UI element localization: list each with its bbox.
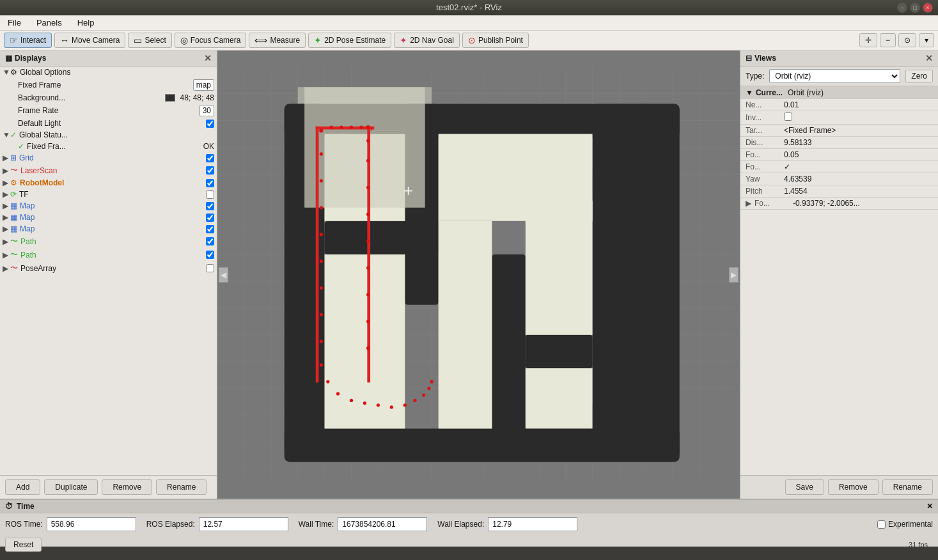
views-rename-button[interactable]: Rename bbox=[882, 479, 933, 495]
ros-elapsed-field: ROS Elapsed: bbox=[146, 517, 288, 531]
remove-display-button[interactable]: Remove bbox=[102, 479, 152, 495]
time-title: Time bbox=[17, 502, 35, 511]
menu-panels[interactable]: Panels bbox=[34, 17, 65, 29]
pose-array-expand: ▶ bbox=[3, 264, 10, 273]
laser-scan-label: LaserScan bbox=[20, 166, 206, 175]
viewport[interactable]: ◀ bbox=[217, 51, 740, 499]
interact-button[interactable]: ☞ Interact bbox=[4, 33, 52, 48]
views-content: ▼ Curre... Orbit (rviz) Ne... 0.01 Inv..… bbox=[740, 86, 938, 475]
viewport-arrow-right[interactable]: ▶ bbox=[729, 267, 739, 283]
global-options-row[interactable]: ▼ ⚙ Global Options bbox=[0, 66, 217, 78]
views-section-header[interactable]: ▼ Curre... Orbit (rviz) bbox=[740, 86, 938, 99]
minimize-button[interactable]: – bbox=[897, 3, 907, 13]
laser-scan-checkbox[interactable] bbox=[206, 166, 214, 175]
experimental-checkbox[interactable] bbox=[877, 520, 886, 529]
svg-point-88 bbox=[366, 293, 370, 296]
global-status-icon: ✓ bbox=[10, 130, 17, 139]
wall-time-input[interactable] bbox=[338, 517, 427, 531]
nav-goal-button[interactable]: ✦ 2D Nav Goal bbox=[394, 33, 460, 48]
views-close-button[interactable]: ✕ bbox=[925, 53, 933, 63]
map3-row[interactable]: ▶ ▦ Map bbox=[0, 223, 217, 235]
move-camera-button[interactable]: ↔ Move Camera bbox=[54, 33, 125, 48]
rename-display-button[interactable]: Rename bbox=[156, 479, 207, 495]
duplicate-button[interactable]: Duplicate bbox=[44, 479, 98, 495]
svg-point-58 bbox=[320, 179, 323, 182]
laser-scan-row[interactable]: ▶ 〜 LaserScan bbox=[0, 164, 217, 177]
fixed-frame-row: Fixed Frame map bbox=[0, 78, 217, 92]
views-pitch-value[interactable]: 1.4554 bbox=[784, 187, 933, 196]
svg-point-79 bbox=[350, 125, 353, 128]
time-content: ROS Time: ROS Elapsed: Wall Time: Wall E… bbox=[0, 513, 938, 535]
publish-point-button[interactable]: ⊙ Publish Point bbox=[462, 33, 529, 48]
map2-checkbox[interactable] bbox=[206, 214, 214, 222]
global-status-row[interactable]: ▼ ✓ Global Statu... bbox=[0, 129, 217, 141]
ros-elapsed-input[interactable] bbox=[199, 517, 288, 531]
map3-checkbox[interactable] bbox=[206, 225, 214, 233]
menu-help[interactable]: Help bbox=[75, 17, 97, 29]
select-button[interactable]: ▭ Select bbox=[128, 33, 171, 48]
fixed-frame-value[interactable]: map bbox=[193, 79, 214, 91]
menu-file[interactable]: File bbox=[5, 17, 24, 29]
remove-view-button[interactable]: − bbox=[880, 33, 896, 47]
views-near-value[interactable]: 0.01 bbox=[784, 100, 933, 109]
views-focal1-value[interactable]: 0.05 bbox=[784, 150, 933, 159]
path2-row[interactable]: ▶ 〜 Path bbox=[0, 248, 217, 261]
views-invert-checkbox[interactable] bbox=[784, 113, 792, 121]
focus-camera-button[interactable]: ◎ Focus Camera bbox=[175, 33, 247, 48]
add-view-button[interactable]: ✛ bbox=[859, 33, 877, 47]
maximize-button[interactable]: □ bbox=[910, 3, 920, 13]
close-button[interactable]: × bbox=[923, 3, 933, 13]
views-target-value[interactable]: <Fixed Frame> bbox=[784, 126, 933, 135]
views-remove-button[interactable]: Remove bbox=[828, 479, 879, 495]
path1-row[interactable]: ▶ 〜 Path bbox=[0, 235, 217, 248]
pose-array-row[interactable]: ▶ 〜 PoseArray bbox=[0, 261, 217, 275]
focus-camera-icon: ◎ bbox=[180, 35, 188, 45]
views-invert-value[interactable] bbox=[784, 113, 933, 123]
views-distance-row: Dis... 9.58133 bbox=[740, 137, 938, 149]
ff-status-label: Fixed Fra... bbox=[27, 142, 201, 151]
measure-icon: ⟺ bbox=[254, 35, 267, 45]
views-zero-button[interactable]: Zero bbox=[905, 70, 933, 82]
views-save-button[interactable]: Save bbox=[785, 479, 824, 495]
wall-elapsed-input[interactable] bbox=[488, 517, 577, 531]
views-focal2-value[interactable]: ✓ bbox=[784, 162, 933, 171]
map-visualization bbox=[217, 51, 740, 499]
tf-row[interactable]: ▶ ⟳ TF bbox=[0, 189, 217, 200]
view-dropdown-button[interactable]: ▾ bbox=[919, 33, 934, 47]
views-type-select[interactable]: Orbit (rviz) XY Orbit (rviz) FPS (rviz) … bbox=[769, 69, 900, 83]
reset-button[interactable]: Reset bbox=[5, 538, 42, 552]
map1-checkbox[interactable] bbox=[206, 202, 214, 210]
frame-rate-value[interactable]: 30 bbox=[199, 105, 214, 116]
views-focal3-value[interactable]: -0.93379; -2.0065... bbox=[793, 199, 933, 208]
default-light-checkbox[interactable] bbox=[206, 120, 214, 128]
interact-label: Interact bbox=[20, 36, 46, 45]
global-options-label: Global Options bbox=[20, 68, 214, 77]
viewport-arrow-left[interactable]: ◀ bbox=[219, 267, 228, 283]
view-options-button[interactable]: ⊙ bbox=[898, 33, 916, 47]
map2-row[interactable]: ▶ ▦ Map bbox=[0, 212, 217, 223]
global-status-expand: ▼ bbox=[3, 130, 10, 139]
robot-model-checkbox[interactable] bbox=[206, 179, 214, 187]
views-yaw-label: Yaw bbox=[746, 175, 784, 183]
add-button[interactable]: Add bbox=[5, 479, 40, 495]
ros-time-input[interactable] bbox=[47, 517, 136, 531]
grid-row[interactable]: ▶ ⊞ Grid bbox=[0, 152, 217, 164]
pose-array-checkbox[interactable] bbox=[206, 264, 214, 272]
robot-model-expand: ▶ bbox=[3, 178, 10, 187]
path1-checkbox[interactable] bbox=[206, 237, 214, 245]
tf-checkbox[interactable] bbox=[206, 191, 214, 199]
path2-checkbox[interactable] bbox=[206, 251, 214, 259]
background-swatch[interactable] bbox=[165, 94, 175, 102]
svg-rect-41 bbox=[325, 221, 439, 254]
displays-close-button[interactable]: ✕ bbox=[204, 53, 212, 63]
robot-model-row[interactable]: ▶ ⚙ RobotModel bbox=[0, 177, 217, 189]
views-distance-value[interactable]: 9.58133 bbox=[784, 138, 933, 147]
measure-label: Measure bbox=[270, 36, 300, 45]
views-yaw-value[interactable]: 4.63539 bbox=[784, 175, 933, 183]
map1-row[interactable]: ▶ ▦ Map bbox=[0, 200, 217, 212]
time-close-button[interactable]: ✕ bbox=[926, 502, 933, 511]
measure-button[interactable]: ⟺ Measure bbox=[249, 33, 306, 48]
pose-estimate-button[interactable]: ✦ 2D Pose Estimate bbox=[308, 33, 391, 48]
grid-checkbox[interactable] bbox=[206, 154, 214, 162]
views-type-row: Type: Orbit (rviz) XY Orbit (rviz) FPS (… bbox=[740, 66, 938, 86]
